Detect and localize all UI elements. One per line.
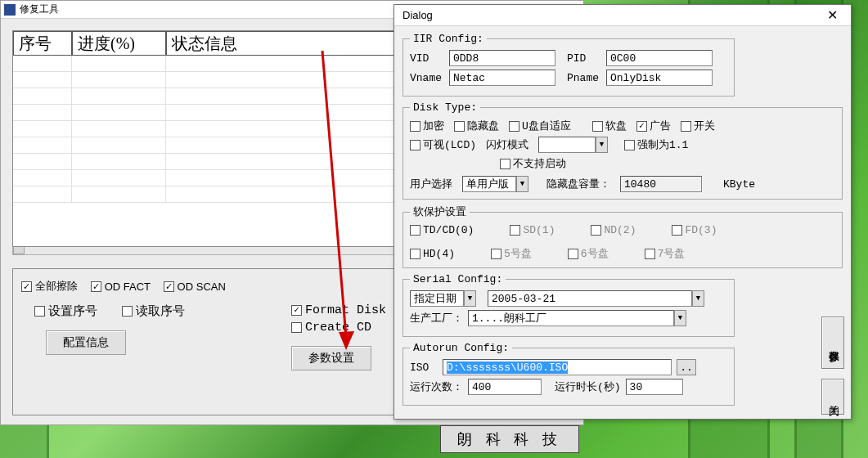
lbl-create-cd: Create CD — [305, 321, 371, 335]
hidden-cap-input[interactable]: 10480 — [620, 176, 702, 192]
col-serial[interactable]: 序号 — [13, 31, 72, 56]
date-mode-dropdown-icon[interactable]: ▼ — [464, 290, 476, 307]
chk-floppy[interactable] — [592, 121, 603, 132]
config-info-button[interactable]: 配置信息 — [46, 330, 126, 355]
lbl-d5: 5号盘 — [504, 246, 532, 261]
lbl-flash-mode: 闪灯模式 — [486, 137, 528, 152]
chk-lcd[interactable] — [410, 140, 421, 150]
iso-label: ISO — [410, 361, 438, 374]
flash-mode-select[interactable] — [538, 137, 596, 153]
date-value-select[interactable]: 2005-03-21 — [488, 290, 692, 307]
user-select-label: 用户选择 — [410, 177, 452, 191]
pid-label: PID — [567, 52, 601, 65]
lbl-set-serial: 设置序号 — [48, 303, 97, 319]
chk-format-disk[interactable] — [291, 305, 302, 316]
lbl-tdcd: TD/CD(0) — [423, 224, 474, 236]
chk-u-adapt[interactable] — [509, 121, 519, 132]
user-select[interactable]: 单用户版 — [462, 176, 516, 192]
close-button[interactable]: 关闭 — [821, 379, 844, 415]
main-title: 修复工具 — [20, 2, 59, 16]
lbl-lcd: 可视(LCD) — [423, 137, 476, 152]
lbl-switch: 开关 — [694, 119, 715, 133]
duration-input[interactable]: 30 — [626, 379, 683, 395]
dialog-title: Dialog — [403, 9, 433, 21]
chk-create-cd[interactable] — [291, 322, 302, 333]
lbl-floppy: 软盘 — [605, 119, 627, 133]
vid-input[interactable]: 0DD8 — [449, 50, 555, 66]
lbl-u-adapt: U盘自适应 — [522, 119, 571, 133]
disk-type-group: Disk Type: 加密 隐藏盘 U盘自适应 软盘 广告 开关 可视(LCD)… — [403, 101, 843, 200]
lbl-force11: 强制为1.1 — [637, 137, 688, 152]
pname-input[interactable]: OnlyDisk — [606, 70, 713, 86]
dialog-close-button[interactable]: ✕ — [822, 7, 843, 23]
chk-od-scan[interactable] — [164, 281, 174, 292]
factory-label: 生产工厂： — [410, 311, 463, 326]
chk-od-fact[interactable] — [91, 281, 101, 292]
pid-input[interactable]: 0C00 — [606, 50, 713, 66]
brand-footer: 朗 科 科 技 — [440, 425, 579, 453]
flash-mode-dropdown-icon[interactable]: ▼ — [596, 137, 608, 153]
hidden-cap-unit: KByte — [723, 178, 755, 191]
chk-encrypt[interactable] — [410, 121, 421, 132]
pname-label: Pname — [567, 72, 601, 84]
soft-protect-group: 软保护设置 TD/CD(0) SD(1) ND(2) FD(3) HD(4) 5… — [403, 204, 843, 268]
autorun-legend: Autorun Config: — [410, 342, 512, 354]
iso-browse-button[interactable]: .. — [677, 359, 696, 375]
lbl-d7: 7号盘 — [658, 246, 686, 261]
chk-d7 — [645, 249, 655, 259]
chk-force11[interactable] — [624, 140, 635, 150]
vname-input[interactable]: Netac — [449, 70, 555, 86]
factory-select[interactable]: 1....朗科工厂 — [468, 310, 674, 326]
chk-d5 — [491, 249, 501, 259]
iir-legend: IIR Config: — [410, 33, 487, 45]
chk-switch[interactable] — [681, 121, 691, 132]
date-value-dropdown-icon[interactable]: ▼ — [692, 290, 704, 307]
user-select-dropdown-icon[interactable]: ▼ — [516, 176, 528, 192]
runs-input[interactable]: 400 — [468, 379, 542, 395]
chk-hidden-disk[interactable] — [454, 121, 465, 132]
iir-config-group: IIR Config: VID 0DD8 PID 0C00 Vname Neta… — [403, 33, 735, 97]
chk-set-serial[interactable] — [34, 306, 45, 317]
lbl-encrypt: 加密 — [423, 119, 444, 133]
chk-nd — [591, 225, 601, 236]
vname-label: Vname — [410, 72, 444, 84]
runs-label: 运行次数： — [410, 379, 463, 394]
dialog-titlebar[interactable]: Dialog ✕ — [394, 5, 851, 26]
lbl-od-fact: OD FACT — [105, 281, 151, 293]
serial-config-group: Serial Config: 指定日期 ▼ 2005-03-21 ▼ 生产工厂：… — [403, 273, 735, 337]
chk-no-boot[interactable] — [500, 159, 510, 169]
lbl-d6: 6号盘 — [581, 246, 609, 261]
lbl-hidden-disk: 隐藏盘 — [467, 119, 499, 133]
settings-dialog: Dialog ✕ IIR Config: VID 0DD8 PID 0C00 V… — [394, 4, 852, 420]
hidden-cap-label: 隐藏盘容量： — [546, 177, 610, 191]
chk-fd — [672, 225, 682, 236]
save-params-button[interactable]: 保存参数 — [821, 317, 844, 369]
chk-sd — [510, 225, 520, 236]
date-mode-select[interactable]: 指定日期 — [410, 290, 464, 307]
lbl-no-boot: 不支持启动 — [513, 156, 566, 171]
disk-type-legend: Disk Type: — [410, 101, 480, 114]
lbl-nd: ND(2) — [604, 224, 636, 236]
duration-label: 运行时长(秒) — [555, 379, 621, 394]
lbl-ad: 广告 — [650, 119, 671, 133]
lbl-od-scan: OD SCAN — [178, 281, 226, 293]
iso-input[interactable]: D:\sssssss\U600.ISO — [443, 359, 672, 375]
autorun-config-group: Autorun Config: ISO D:\sssssss\U600.ISO … — [403, 342, 735, 406]
param-settings-button[interactable]: 参数设置 — [291, 346, 371, 370]
serial-legend: Serial Config: — [410, 273, 506, 285]
chk-erase-all[interactable] — [21, 281, 32, 292]
chk-d6 — [568, 249, 578, 259]
lbl-erase-all: 全部擦除 — [35, 279, 78, 294]
col-progress[interactable]: 进度(%) — [72, 31, 166, 56]
lbl-sd: SD(1) — [523, 224, 555, 236]
chk-ad[interactable] — [636, 121, 647, 132]
scroll-left-button[interactable] — [13, 246, 25, 254]
factory-dropdown-icon[interactable]: ▼ — [674, 310, 686, 326]
lbl-read-serial: 读取序号 — [136, 303, 185, 319]
chk-read-serial[interactable] — [122, 306, 133, 317]
chk-hd[interactable] — [410, 249, 421, 259]
app-icon — [4, 4, 16, 16]
lbl-fd: FD(3) — [685, 224, 717, 236]
vid-label: VID — [410, 52, 444, 65]
chk-tdcd[interactable] — [410, 225, 421, 236]
